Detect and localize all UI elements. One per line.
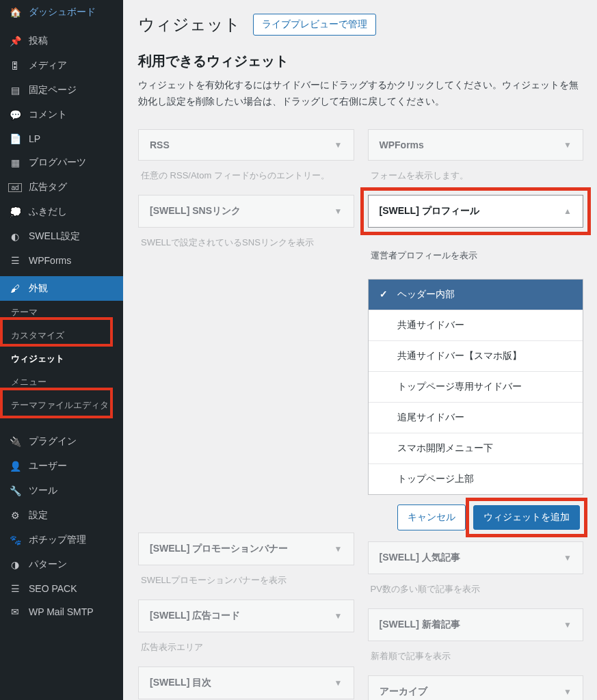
- widget-title: [SWELL] 広告コード: [150, 610, 240, 622]
- widget-toc[interactable]: [SWELL] 目次▼: [138, 667, 354, 699]
- menu-pochipp[interactable]: 🐾ポチップ管理: [0, 528, 123, 552]
- widget-desc: SWELLプロモーションバナーを表示: [138, 565, 354, 600]
- menu-media[interactable]: 🎛メディア: [0, 53, 123, 78]
- chat-icon: 💭: [8, 206, 22, 217]
- chevron-down-icon: ▼: [334, 611, 343, 621]
- area-option-sp-menu[interactable]: スマホ開閉メニュー下: [369, 433, 583, 464]
- chevron-down-icon: ▼: [563, 620, 572, 630]
- widget-wpforms[interactable]: WPForms▼: [368, 129, 584, 161]
- menu-label: ユーザー: [29, 460, 67, 472]
- grid-icon: ▦: [8, 157, 22, 168]
- menu-label: WP Mail SMTP: [29, 606, 94, 617]
- menu-pages[interactable]: ▤固定ページ: [0, 78, 123, 103]
- dashboard-icon: 🏠: [8, 7, 22, 18]
- area-option-top-sidebar[interactable]: トップページ専用サイドバー: [369, 372, 583, 403]
- menu-seopack[interactable]: ☰SEO PACK: [0, 577, 123, 600]
- menu-label: SEO PACK: [29, 583, 77, 594]
- menu-label: WPForms: [29, 255, 71, 266]
- menu-blogparts[interactable]: ▦ブログパーツ: [0, 150, 123, 175]
- menu-label: ツール: [29, 485, 57, 497]
- swell-icon: ◐: [8, 231, 22, 242]
- chevron-down-icon: ▼: [334, 678, 343, 688]
- submenu-theme[interactable]: テーマ: [0, 301, 123, 324]
- chevron-down-icon: ▼: [563, 553, 572, 563]
- menu-label: 設定: [29, 509, 48, 522]
- area-option-sticky-sidebar[interactable]: 追尾サイドバー: [369, 403, 583, 433]
- chevron-down-icon: ▼: [334, 544, 343, 554]
- submenu-menus[interactable]: メニュー: [0, 371, 123, 394]
- admin-sidebar: 🏠ダッシュボード 📌投稿 🎛メディア ▤固定ページ 💬コメント 📄LP ▦ブログ…: [0, 0, 123, 700]
- menu-appearance[interactable]: 🖌外観: [0, 276, 123, 301]
- widget-recent[interactable]: [SWELL] 新着記事▼: [368, 608, 584, 641]
- main-content: ウィジェット ライブプレビューで管理 利用できるウィジェット ウィジェットを有効…: [123, 0, 597, 700]
- menu-label: プラグイン: [29, 435, 77, 448]
- widget-desc: SWELLで設定されているSNSリンクを表示: [138, 228, 354, 262]
- menu-tools[interactable]: 🔧ツール: [0, 479, 123, 503]
- submenu-widgets[interactable]: ウィジェット: [0, 347, 123, 371]
- widget-grid: RSS▼ 任意の RSS/Atom フィードからのエントリー。 [SWELL] …: [138, 129, 583, 700]
- widget-title: WPForms: [380, 139, 424, 150]
- menu-label: ふきだし: [29, 206, 67, 218]
- widget-desc: 運営者プロフィールを表示: [368, 241, 584, 275]
- mail-icon: ✉: [8, 606, 22, 617]
- submenu-customize[interactable]: カスタマイズ: [0, 324, 123, 347]
- widget-archive[interactable]: アーカイブ▼: [368, 675, 584, 700]
- chevron-down-icon: ▼: [334, 206, 343, 216]
- menu-patterns[interactable]: ◑パターン: [0, 552, 123, 577]
- chevron-down-icon: ▼: [563, 140, 572, 150]
- menu-label: 固定ページ: [29, 84, 77, 96]
- menu-swell[interactable]: ◐SWELL設定: [0, 224, 123, 249]
- widget-column-left: RSS▼ 任意の RSS/Atom フィードからのエントリー。 [SWELL] …: [138, 129, 354, 700]
- menu-label: 広告タグ: [29, 181, 67, 193]
- file-icon: 📄: [8, 133, 22, 144]
- widget-rss[interactable]: RSS▼: [138, 129, 354, 161]
- area-option-top-above[interactable]: トップページ上部: [369, 464, 583, 494]
- menu-plugins[interactable]: 🔌プラグイン: [0, 429, 123, 454]
- area-option-sidebar[interactable]: 共通サイドバー: [369, 310, 583, 341]
- menu-label: 投稿: [29, 35, 48, 47]
- menu-comments[interactable]: 💬コメント: [0, 103, 123, 127]
- widget-title: [SWELL] プロモーションバナー: [150, 543, 288, 555]
- area-option-header[interactable]: ヘッダー内部: [369, 280, 583, 310]
- menu-posts[interactable]: 📌投稿: [0, 29, 123, 53]
- widget-sns[interactable]: [SWELL] SNSリンク▼: [138, 195, 354, 228]
- widget-popular[interactable]: [SWELL] 人気記事▼: [368, 541, 584, 574]
- chevron-down-icon: ▼: [334, 140, 343, 150]
- menu-label: ブログパーツ: [29, 157, 86, 169]
- menu-label: ポチップ管理: [29, 534, 86, 546]
- area-option-sidebar-sp[interactable]: 共通サイドバー【スマホ版】: [369, 341, 583, 372]
- widget-promo[interactable]: [SWELL] プロモーションバナー▼: [138, 533, 354, 565]
- form-icon: ☰: [8, 255, 22, 266]
- tool-icon: 🔧: [8, 485, 22, 496]
- add-widget-button[interactable]: ウィジェットを追加: [473, 505, 580, 530]
- widget-column-right: WPForms▼ フォームを表示します。 [SWELL] プロフィール▲ 運営者…: [368, 129, 584, 700]
- brush-icon: 🖌: [8, 283, 22, 294]
- widget-title: [SWELL] 目次: [150, 677, 211, 689]
- menu-users[interactable]: 👤ユーザー: [0, 454, 123, 479]
- ad-icon: ad: [8, 183, 22, 192]
- menu-smtp[interactable]: ✉WP Mail SMTP: [0, 600, 123, 623]
- menu-label: ダッシュボード: [29, 6, 96, 18]
- menu-fukidashi[interactable]: 💭ふきだし: [0, 200, 123, 224]
- menu-lp[interactable]: 📄LP: [0, 127, 123, 150]
- widget-title: アーカイブ: [380, 686, 427, 698]
- widget-title: RSS: [150, 139, 170, 150]
- help-text: ウィジェットを有効化するにはサイドバーにドラッグするかクリックしてください。ウィ…: [138, 77, 583, 110]
- plug-icon: 🔌: [8, 436, 22, 447]
- widget-adcode[interactable]: [SWELL] 広告コード▼: [138, 600, 354, 632]
- widget-profile[interactable]: [SWELL] プロフィール▲: [368, 195, 584, 228]
- menu-settings[interactable]: ⚙設定: [0, 503, 123, 528]
- menu-wpforms[interactable]: ☰WPForms: [0, 249, 123, 272]
- menu-label: 外観: [29, 282, 48, 295]
- live-preview-button[interactable]: ライブプレビューで管理: [253, 14, 376, 36]
- menu-dashboard[interactable]: 🏠ダッシュボード: [0, 0, 123, 25]
- widget-desc: PV数の多い順で記事を表示: [368, 574, 584, 608]
- page-header: ウィジェット ライブプレビューで管理: [138, 14, 583, 36]
- widget-area-list[interactable]: ヘッダー内部 共通サイドバー 共通サイドバー【スマホ版】 トップページ専用サイド…: [368, 279, 584, 495]
- widget-title: [SWELL] 新着記事: [380, 619, 460, 631]
- widget-title: [SWELL] 人気記事: [380, 552, 460, 564]
- menu-label: パターン: [29, 558, 67, 571]
- submenu-editor[interactable]: テーマファイルエディター: [0, 394, 123, 429]
- menu-adtag[interactable]: ad広告タグ: [0, 175, 123, 200]
- cancel-button[interactable]: キャンセル: [397, 504, 466, 530]
